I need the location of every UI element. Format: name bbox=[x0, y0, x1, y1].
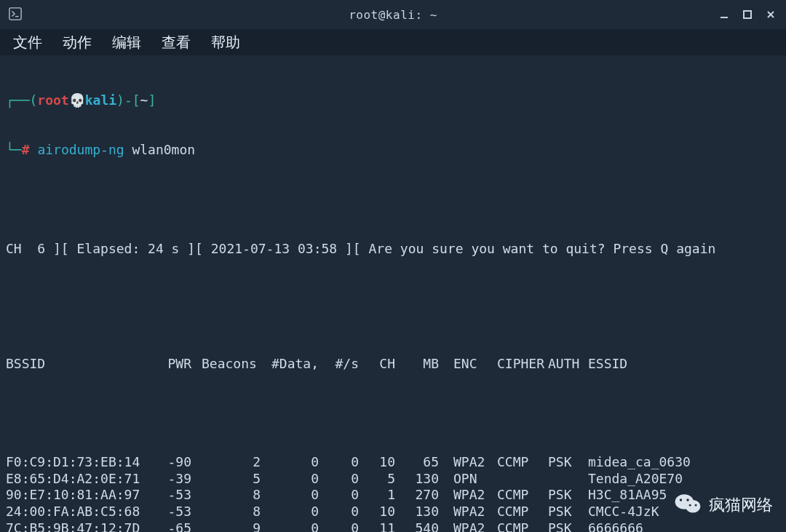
cell-pwr: -90 bbox=[151, 454, 191, 471]
table-row: 90:E7:10:81:AA:97-538001270WPA2CCMPPSKH3… bbox=[6, 487, 780, 504]
terminal-output[interactable]: ┌──(root💀kali)-[~] └─# airodump-ng wlan0… bbox=[0, 55, 786, 532]
header-mb: MB bbox=[395, 356, 439, 373]
cell-auth: PSK bbox=[548, 520, 588, 532]
cell-essid: midea_ca_0630 bbox=[588, 454, 780, 471]
header-enc: ENC bbox=[453, 356, 497, 373]
cell-cipher: CCMP bbox=[497, 487, 548, 504]
cell-enc: OPN bbox=[453, 471, 497, 488]
cell-bssid: E8:65:D4:A2:0E:71 bbox=[6, 471, 151, 488]
window-title: root@kali: ~ bbox=[349, 8, 437, 22]
cell-beacons: 8 bbox=[191, 487, 261, 504]
cell-data: 0 bbox=[261, 454, 319, 471]
header-data: #Data, bbox=[261, 356, 319, 373]
cell-pwr: -65 bbox=[151, 520, 191, 532]
table-row: 7C:B5:9B:47:12:7D-6590011540WPA2CCMPPSK6… bbox=[6, 520, 780, 532]
table-row: F0:C9:D1:73:EB:14-902001065WPA2CCMPPSKmi… bbox=[6, 454, 780, 471]
cell-bssid: 24:00:FA:AB:C5:68 bbox=[6, 504, 151, 520]
header-bssid: BSSID bbox=[6, 356, 151, 373]
cell-pwr: -53 bbox=[151, 487, 191, 504]
header-essid: ESSID bbox=[588, 356, 780, 373]
cell-ch: 10 bbox=[359, 454, 395, 471]
cell-ps: 0 bbox=[319, 504, 359, 520]
prompt-line-1: ┌──(root💀kali)-[~] bbox=[6, 92, 780, 109]
cell-data: 0 bbox=[261, 520, 319, 532]
cell-bssid: 90:E7:10:81:AA:97 bbox=[6, 487, 151, 504]
cell-auth: PSK bbox=[548, 487, 588, 504]
terminal-icon bbox=[9, 7, 22, 20]
header-auth: AUTH bbox=[548, 356, 588, 373]
cell-auth bbox=[548, 471, 588, 488]
title-bar: root@kali: ~ bbox=[0, 0, 786, 29]
status-line: CH 6 ][ Elapsed: 24 s ][ 2021-07-13 03:5… bbox=[6, 241, 780, 258]
table-row: 24:00:FA:AB:C5:68-5380010130WPA2CCMPPSKC… bbox=[6, 504, 780, 520]
header-ps: #/s bbox=[319, 356, 359, 373]
table-row: E8:65:D4:A2:0E:71-395005130OPNTenda_A20E… bbox=[6, 471, 780, 488]
watermark: 疯猫网络 bbox=[674, 491, 773, 519]
cell-beacons: 2 bbox=[191, 454, 261, 471]
cell-auth: PSK bbox=[548, 454, 588, 471]
cell-enc: WPA2 bbox=[453, 520, 497, 532]
cell-auth: PSK bbox=[548, 504, 588, 520]
cell-mb: 270 bbox=[395, 487, 439, 504]
header-cipher: CIPHER bbox=[497, 356, 548, 373]
cell-data: 0 bbox=[261, 471, 319, 488]
cell-cipher: CCMP bbox=[497, 504, 548, 520]
cell-beacons: 9 bbox=[191, 520, 261, 532]
header-beacons: Beacons bbox=[191, 356, 261, 373]
menu-action[interactable]: 动作 bbox=[57, 30, 98, 55]
cell-bssid: F0:C9:D1:73:EB:14 bbox=[6, 454, 151, 471]
cell-mb: 130 bbox=[395, 504, 439, 520]
cell-enc: WPA2 bbox=[453, 487, 497, 504]
header-ch: CH bbox=[359, 356, 395, 373]
cell-bssid: 7C:B5:9B:47:12:7D bbox=[6, 520, 151, 532]
watermark-text: 疯猫网络 bbox=[709, 494, 773, 516]
cell-cipher: CCMP bbox=[497, 520, 548, 532]
cell-ch: 1 bbox=[359, 487, 395, 504]
menu-bar: 文件 动作 编辑 查看 帮助 bbox=[0, 29, 786, 55]
svg-rect-3 bbox=[744, 11, 751, 18]
cell-enc: WPA2 bbox=[453, 454, 497, 471]
svg-point-9 bbox=[686, 499, 688, 501]
cell-mb: 65 bbox=[395, 454, 439, 471]
table-header-row: BSSID PWR Beacons #Data, #/s CH MB ENC C… bbox=[6, 356, 780, 373]
svg-point-11 bbox=[695, 504, 697, 507]
cell-pwr: -39 bbox=[151, 471, 191, 488]
cell-ch: 11 bbox=[359, 520, 395, 532]
cell-ps: 0 bbox=[319, 520, 359, 532]
cell-pwr: -53 bbox=[151, 504, 191, 520]
cell-mb: 130 bbox=[395, 471, 439, 488]
prompt-line-2: └─# airodump-ng wlan0mon bbox=[6, 142, 780, 159]
cell-ps: 0 bbox=[319, 487, 359, 504]
maximize-button[interactable] bbox=[741, 8, 754, 21]
svg-point-10 bbox=[689, 504, 691, 507]
cell-ps: 0 bbox=[319, 471, 359, 488]
cell-mb: 540 bbox=[395, 520, 439, 532]
cell-data: 0 bbox=[261, 504, 319, 520]
close-button[interactable] bbox=[764, 8, 777, 21]
cell-ps: 0 bbox=[319, 454, 359, 471]
wechat-icon bbox=[674, 491, 702, 519]
cell-ch: 5 bbox=[359, 471, 395, 488]
cell-essid: Tenda_A20E70 bbox=[588, 471, 780, 488]
menu-edit[interactable]: 编辑 bbox=[106, 30, 147, 55]
minimize-button[interactable] bbox=[718, 8, 731, 21]
cell-cipher bbox=[497, 471, 548, 488]
cell-data: 0 bbox=[261, 487, 319, 504]
menu-view[interactable]: 查看 bbox=[156, 30, 196, 55]
cell-essid: 6666666 bbox=[588, 520, 780, 532]
cell-enc: WPA2 bbox=[453, 504, 497, 520]
cell-beacons: 8 bbox=[191, 504, 261, 520]
window-controls bbox=[718, 0, 777, 29]
cell-cipher: CCMP bbox=[497, 454, 548, 471]
svg-point-8 bbox=[680, 499, 682, 501]
svg-point-7 bbox=[686, 500, 701, 512]
header-pwr: PWR bbox=[151, 356, 191, 373]
cell-ch: 10 bbox=[359, 504, 395, 520]
cell-beacons: 5 bbox=[191, 471, 261, 488]
menu-file[interactable]: 文件 bbox=[7, 30, 48, 55]
menu-help[interactable]: 帮助 bbox=[205, 30, 246, 55]
